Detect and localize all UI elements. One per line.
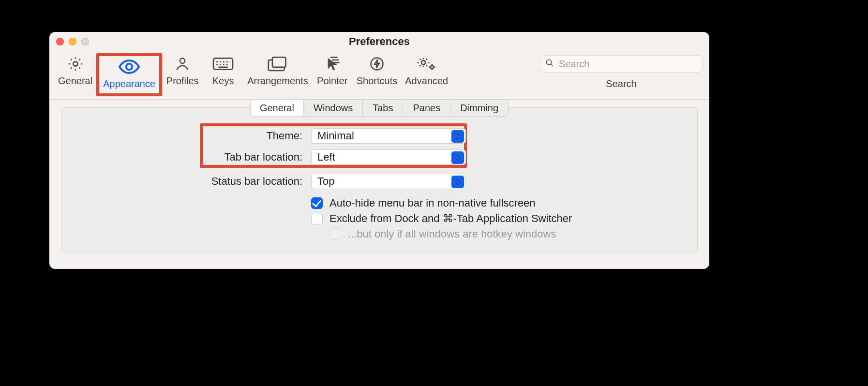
select-stepper-icon [451, 176, 464, 188]
toolbar-item-label: Pointer [317, 75, 347, 87]
search-icon [545, 59, 554, 70]
toolbar-item-shortcuts[interactable]: Shortcuts [353, 53, 401, 90]
tabbar-location-value: Left [317, 151, 335, 163]
close-window-button[interactable] [56, 38, 64, 45]
window-title: Preferences [349, 35, 410, 48]
checkbox-group: Auto-hide menu bar in non-native fullscr… [61, 197, 697, 240]
subtab-label: Panes [413, 103, 440, 114]
toolbar-item-general[interactable]: General [54, 53, 96, 90]
checkbox-label: Exclude from Dock and ⌘-Tab Application … [329, 212, 572, 225]
toolbar-item-label: Keys [212, 75, 234, 87]
subtab-label: General [260, 103, 294, 114]
appearance-panel: General Windows Tabs Panes Dimming Theme… [61, 107, 698, 252]
search-field[interactable] [540, 55, 703, 73]
toolbar-item-label: Profiles [166, 75, 199, 87]
toolbar-item-label: Arrangements [247, 75, 308, 87]
toolbar-item-label: Appearance [103, 78, 155, 89]
gear-icon [67, 55, 84, 73]
gears-icon [416, 55, 437, 73]
appearance-subtabs: General Windows Tabs Panes Dimming [250, 99, 509, 117]
checkbox-autohide-menubar[interactable]: Auto-hide menu bar in non-native fullscr… [61, 197, 697, 209]
subtab-tabs[interactable]: Tabs [362, 100, 403, 116]
subtab-windows[interactable]: Windows [303, 100, 362, 116]
checkbox-box [311, 213, 323, 224]
keyboard-icon [212, 55, 234, 73]
toolbar-item-label: General [58, 75, 92, 87]
statusbar-location-label: Status bar location: [61, 175, 302, 188]
toolbar-search-area: Search [540, 55, 703, 89]
form-area: Theme: Minimal Tab bar location: Left [61, 122, 697, 240]
toolbar-item-advanced[interactable]: Advanced [401, 53, 452, 90]
subtab-label: Tabs [373, 103, 393, 114]
lightning-icon [370, 55, 384, 73]
search-label: Search [606, 78, 636, 89]
tabbar-location-label: Tab bar location: [61, 151, 302, 163]
toolbar-item-arrangements[interactable]: Arrangements [243, 53, 312, 90]
content-area: General Windows Tabs Panes Dimming Theme… [49, 100, 709, 264]
checkbox-label: ...but only if all windows are hotkey wi… [348, 228, 556, 240]
toolbar-item-keys[interactable]: Keys [203, 53, 243, 90]
svg-rect-14 [272, 57, 286, 67]
person-icon [175, 55, 190, 73]
zoom-window-button[interactable] [81, 38, 89, 45]
toolbar-item-appearance[interactable]: Appearance [99, 56, 159, 93]
svg-point-20 [430, 66, 434, 69]
select-stepper-icon [451, 130, 464, 143]
statusbar-location-select[interactable]: Top [311, 174, 466, 189]
windows-stack-icon [267, 55, 288, 73]
subtab-label: Windows [314, 103, 353, 114]
svg-point-0 [73, 61, 77, 66]
subtab-general[interactable]: General [250, 99, 304, 117]
cursor-icon [325, 55, 340, 73]
theme-select[interactable]: Minimal [311, 128, 466, 144]
eye-icon [119, 58, 140, 75]
svg-point-1 [126, 64, 132, 70]
window-controls [56, 38, 89, 45]
minimize-window-button[interactable] [69, 38, 76, 45]
svg-point-21 [546, 59, 552, 65]
svg-line-22 [551, 64, 553, 66]
toolbar-item-pointer[interactable]: Pointer [312, 53, 353, 90]
titlebar: Preferences [49, 32, 709, 51]
subtab-label: Dimming [460, 103, 498, 114]
checkbox-box [311, 197, 323, 209]
search-input[interactable] [558, 58, 697, 70]
theme-label: Theme: [61, 130, 302, 142]
subtab-panes[interactable]: Panes [403, 100, 450, 116]
checkbox-box [329, 228, 341, 240]
select-stepper-icon [451, 151, 464, 164]
statusbar-location-value: Top [317, 175, 334, 188]
highlight-appearance: Appearance [96, 53, 162, 96]
toolbar-item-profiles[interactable]: Profiles [162, 53, 203, 90]
checkbox-label: Auto-hide menu bar in non-native fullscr… [329, 197, 536, 209]
preferences-window: Preferences General Appearance Profiles [49, 32, 709, 269]
checkbox-exclude-dock[interactable]: Exclude from Dock and ⌘-Tab Application … [61, 212, 697, 225]
subtab-dimming[interactable]: Dimming [450, 100, 508, 116]
toolbar-item-label: Shortcuts [357, 75, 397, 87]
checkbox-only-hotkey: ...but only if all windows are hotkey wi… [61, 228, 697, 240]
preferences-toolbar: General Appearance Profiles Keys [49, 51, 709, 100]
theme-value: Minimal [317, 130, 354, 142]
toolbar-item-label: Advanced [405, 75, 448, 87]
tabbar-location-select[interactable]: Left [311, 149, 466, 165]
svg-point-19 [421, 60, 425, 64]
svg-point-2 [180, 59, 185, 64]
